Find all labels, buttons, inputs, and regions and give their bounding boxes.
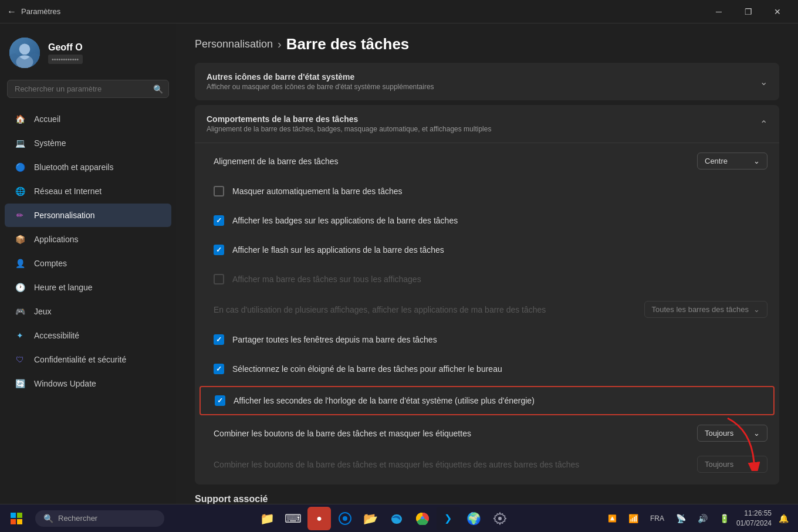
taskbar-app-terminal2[interactable]: ❯: [437, 507, 460, 530]
sidebar-item-accessibilite[interactable]: ✦ Accessibilité: [5, 324, 171, 347]
minimize-button[interactable]: ─: [705, 2, 732, 21]
taskbar-wifi[interactable]: 📡: [671, 511, 691, 526]
sidebar-item-bluetooth[interactable]: 🔵 Bluetooth et appareils: [5, 155, 171, 179]
sound-icon: 🔊: [698, 514, 708, 523]
taskbar: 🔍 Rechercher 📁 ⌨ ● 📂 ❯ 🌍: [0, 504, 798, 532]
wifi-icon: 📶: [628, 514, 638, 523]
comportements-header[interactable]: Comportements de la barre des tâches Ali…: [195, 105, 779, 143]
sidebar-item-systeme[interactable]: 💻 Système: [5, 131, 171, 155]
system-icon: 💻: [14, 137, 26, 149]
sidebar-item-personnalisation[interactable]: ✏ Personnalisation: [5, 204, 171, 227]
page-title: Barre des tâches: [286, 35, 410, 53]
setting-label: Afficher ma barre des tâches sur tous le…: [232, 275, 421, 284]
taskbar-search-label: Rechercher: [58, 514, 97, 523]
taskbar-battery[interactable]: 🔋: [715, 511, 734, 526]
taskbar-app-terminal[interactable]: ⌨: [282, 507, 305, 530]
setting-label: Afficher les badges sur les applications…: [232, 216, 458, 225]
badges-checkbox[interactable]: [214, 215, 224, 226]
taskbar-app-files[interactable]: 📁: [256, 507, 279, 530]
sidebar-item-label: Système: [34, 138, 66, 148]
setting-row-masquer: Masquer automatiquement la barre des tâc…: [195, 177, 779, 206]
taskbar-app-circle[interactable]: [333, 507, 357, 530]
search-input[interactable]: [7, 80, 169, 98]
setting-label: Combiner les boutons de la barre des tâc…: [214, 429, 471, 438]
setting-row-left: Sélectionnez le coin éloigné de la barre…: [214, 364, 767, 374]
settings-content: Autres icônes de barre d'état système Af…: [176, 63, 798, 504]
user-section[interactable]: Geoff O ••••••••••••: [0, 31, 176, 80]
taskbar-sound[interactable]: 🔊: [693, 511, 712, 526]
comportements-section: Comportements de la barre des tâches Ali…: [195, 105, 779, 484]
taskbar-app-folder[interactable]: 📂: [359, 507, 383, 530]
maximize-button[interactable]: ❐: [735, 2, 762, 21]
setting-row-flash: Afficher le flash sur les applications d…: [195, 235, 779, 265]
alignement-dropdown[interactable]: Centre ⌄: [697, 153, 767, 170]
close-button[interactable]: ✕: [764, 2, 791, 21]
taskbar-sys-icons[interactable]: 🔼: [603, 512, 621, 525]
sidebar-item-label: Accueil: [34, 114, 60, 124]
sidebar-item-reseau[interactable]: 🌐 Réseau et Internet: [5, 179, 171, 203]
setting-label: En cas d'utilisation de plusieurs affich…: [214, 305, 546, 314]
section-header-info: Autres icônes de barre d'état système Af…: [207, 72, 434, 91]
sidebar-item-label: Comptes: [34, 259, 67, 268]
sidebar-item-applications[interactable]: 📦 Applications: [5, 228, 171, 251]
search-icon[interactable]: 🔍: [153, 84, 163, 94]
sidebar-item-comptes[interactable]: 👤 Comptes: [5, 252, 171, 275]
sidebar-item-label: Confidentialité et sécurité: [34, 355, 126, 364]
setting-label: Alignement de la barre des tâches: [214, 157, 338, 166]
section-header-info: Comportements de la barre des tâches Ali…: [207, 114, 491, 133]
section-desc: Afficher ou masquer des icônes de barre …: [207, 83, 434, 91]
sidebar-item-update[interactable]: 🔄 Windows Update: [5, 372, 171, 395]
breadcrumb: Personnalisation › Barre des tâches: [176, 23, 798, 63]
support-section: Support associé 🌐 Aide avec Barre des tâ…: [195, 494, 779, 504]
taskbar-app-settings[interactable]: [488, 507, 512, 530]
titlebar: ← Paramètres ─ ❐ ✕: [0, 0, 798, 23]
breadcrumb-separator: ›: [278, 38, 282, 51]
taskbar-network-icon[interactable]: 📶: [624, 511, 643, 526]
chevron-down-icon: ⌄: [760, 76, 767, 87]
sidebar-item-label: Réseau et Internet: [34, 187, 102, 196]
affichages-checkbox: [214, 274, 224, 284]
search-icon: 🔍: [43, 514, 53, 523]
setting-row-left: Afficher le flash sur les applications d…: [214, 245, 767, 255]
section-title: Comportements de la barre des tâches: [207, 114, 491, 124]
taskbar-app-browser[interactable]: 🌍: [462, 507, 486, 530]
sidebar-item-confidentialite[interactable]: 🛡 Confidentialité et sécurité: [5, 348, 171, 371]
flash-checkbox[interactable]: [214, 245, 224, 255]
taskbar-date-display: 01/07/2024: [736, 519, 772, 528]
setting-row-left: Masquer automatiquement la barre des tâc…: [214, 186, 767, 196]
wifi2-icon: 📡: [676, 514, 686, 523]
secondes-checkbox[interactable]: [215, 395, 225, 406]
autres-icones-section: Autres icônes de barre d'état système Af…: [195, 63, 779, 100]
autres-icones-header[interactable]: Autres icônes de barre d'état système Af…: [195, 63, 779, 100]
taskbar-notification[interactable]: 🔔: [774, 511, 793, 526]
svg-rect-5: [17, 513, 22, 518]
coin-checkbox[interactable]: [214, 364, 224, 374]
setting-row-multi: En cas d'utilisation de plusieurs affich…: [195, 294, 779, 325]
sidebar-item-heure[interactable]: 🕐 Heure et langue: [5, 276, 171, 299]
setting-label: Masquer automatiquement la barre des tâc…: [232, 187, 403, 196]
privacy-icon: 🛡: [14, 354, 26, 365]
taskbar-search[interactable]: 🔍 Rechercher: [35, 510, 164, 527]
taskbar-app-edge[interactable]: [385, 507, 408, 530]
avatar: [9, 38, 40, 68]
partager-checkbox[interactable]: [214, 334, 224, 345]
setting-row-coin: Sélectionnez le coin éloigné de la barre…: [195, 354, 779, 384]
up-arrow-icon: 🔼: [608, 514, 617, 523]
svg-point-9: [343, 516, 347, 521]
titlebar-left: ← Paramètres: [7, 6, 60, 17]
taskbar-language[interactable]: FRA: [645, 512, 669, 525]
taskbar-datetime[interactable]: 11:26:55 01/07/2024: [736, 509, 772, 528]
sidebar-item-jeux[interactable]: 🎮 Jeux: [5, 300, 171, 323]
back-icon[interactable]: ←: [7, 6, 16, 17]
setting-row-left: Afficher ma barre des tâches sur tous le…: [214, 274, 767, 284]
titlebar-controls: ─ ❐ ✕: [705, 2, 791, 21]
masquer-checkbox[interactable]: [214, 186, 224, 196]
sidebar-item-accueil[interactable]: 🏠 Accueil: [5, 107, 171, 131]
taskbar-app-red[interactable]: ●: [307, 507, 331, 530]
red-arrow-annotation: [716, 412, 763, 473]
setting-row-badges: Afficher les badges sur les applications…: [195, 206, 779, 235]
taskbar-app-chrome[interactable]: [411, 507, 434, 530]
start-button[interactable]: [5, 507, 28, 530]
search-bar: 🔍: [7, 80, 169, 98]
breadcrumb-parent: Personnalisation: [195, 38, 273, 50]
